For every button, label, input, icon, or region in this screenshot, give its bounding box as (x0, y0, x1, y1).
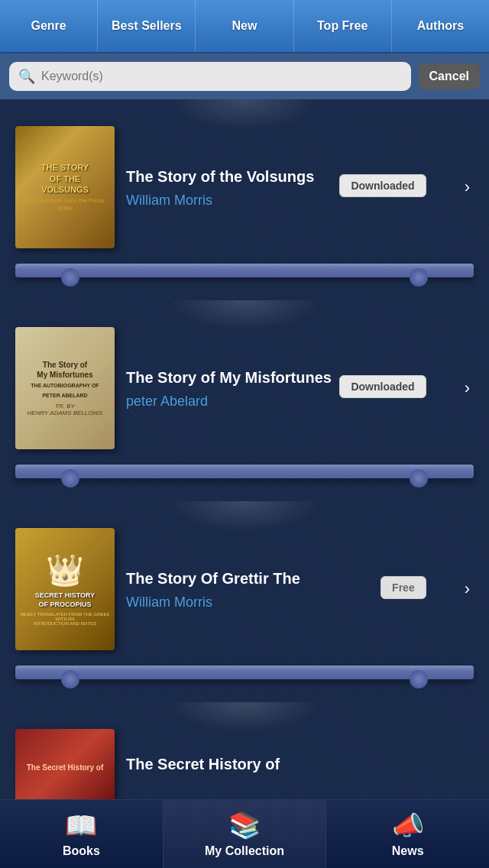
chevron-volsungs: › (465, 177, 470, 197)
book-list: THE STORYOF THEVOLSUNGS With Excerpts fr… (0, 99, 489, 799)
cover-subtitle-grettir: NEWLY TRANSLATED FROM THE GREEK WITH ANI… (20, 612, 110, 626)
cover-subtitle-volsungs: With Excerpts from the Prose Edda (21, 197, 108, 212)
search-wrapper[interactable]: 🔍 (9, 62, 411, 91)
book-cover-misfortunes: The Story ofMy MisfortunesTHE AUTOBIOGRA… (15, 327, 115, 449)
my-collection-label: My Collection (205, 844, 284, 858)
news-label: News (392, 844, 424, 858)
book-badge-volsungs: Downloaded (339, 174, 426, 197)
book-info-volsungs: The Story of the Volsungs William Morris… (115, 167, 465, 209)
shelf-2 (15, 465, 474, 478)
book-item-misfortunes[interactable]: The Story ofMy MisfortunesTHE AUTOBIOGRA… (15, 316, 474, 465)
book-item-grettir[interactable]: 👑 SECRET HISTORYOF PROCOPIUS NEWLY TRANS… (15, 517, 474, 666)
cover-title-misfortunes: The Story ofMy MisfortunesTHE AUTOBIOGRA… (28, 360, 103, 400)
tab-authors[interactable]: Authors (392, 0, 489, 52)
shelf-1 (15, 264, 474, 277)
cover-title-secret: The Secret History of (27, 763, 104, 772)
bottom-nav: 📖 Books 📚 My Collection 📣 News (0, 799, 489, 868)
tab-best-sellers[interactable]: Best Sellers (98, 0, 196, 52)
book-badge-grettir: Free (381, 576, 426, 599)
tab-top-free[interactable]: Top Free (294, 0, 392, 52)
books-label: Books (63, 844, 100, 858)
bottom-tab-my-collection[interactable]: 📚 My Collection (163, 800, 327, 868)
cover-title-volsungs: THE STORYOF THEVOLSUNGS (21, 162, 108, 195)
book-info-misfortunes: The Story of My Misfortunes peter Abelar… (115, 368, 465, 410)
chevron-misfortunes: › (465, 378, 470, 398)
shelf-3 (15, 666, 474, 679)
chevron-grettir: › (465, 579, 470, 599)
book-section-volsungs: THE STORYOF THEVOLSUNGS With Excerpts fr… (0, 99, 489, 277)
cover-author-misfortunes: TR. BYHENRY ADAMS BELLOWS (28, 403, 103, 416)
bottom-tab-news[interactable]: 📣 News (326, 800, 489, 868)
book-section-grettir: 👑 SECRET HISTORYOF PROCOPIUS NEWLY TRANS… (0, 501, 489, 679)
book-item-volsungs[interactable]: THE STORYOF THEVOLSUNGS With Excerpts fr… (15, 115, 474, 264)
book-item-secret[interactable]: The Secret History of The Secret History… (15, 717, 474, 799)
book-info-grettir: The Story Of Grettir The William Morris … (115, 568, 465, 611)
book-cover-volsungs: THE STORYOF THEVOLSUNGS With Excerpts fr… (15, 126, 115, 248)
search-icon: 🔍 (18, 68, 35, 85)
book-section-misfortunes: The Story ofMy MisfortunesTHE AUTOBIOGRA… (0, 300, 489, 478)
cover-title-grettir: SECRET HISTORYOF PROCOPIUS (20, 591, 110, 609)
book-section-secret: The Secret History of The Secret History… (0, 702, 489, 799)
search-input[interactable] (41, 70, 402, 83)
top-nav: Genre Best Sellers New Top Free Authors (0, 0, 489, 53)
tab-new[interactable]: New (196, 0, 293, 52)
book-cover-secret: The Secret History of (15, 729, 115, 799)
books-icon: 📖 (65, 810, 97, 840)
book-info-secret: The Secret History of (115, 754, 474, 780)
book-title-secret: The Secret History of (126, 754, 462, 774)
bottom-tab-books[interactable]: 📖 Books (0, 800, 163, 868)
tab-genre[interactable]: Genre (0, 0, 98, 52)
book-cover-grettir: 👑 SECRET HISTORYOF PROCOPIUS NEWLY TRANS… (15, 528, 115, 650)
news-icon: 📣 (392, 810, 424, 840)
cancel-button[interactable]: Cancel (419, 63, 480, 89)
book-badge-misfortunes: Downloaded (339, 375, 426, 398)
search-bar: 🔍 Cancel (0, 53, 489, 99)
my-collection-icon: 📚 (228, 810, 261, 840)
